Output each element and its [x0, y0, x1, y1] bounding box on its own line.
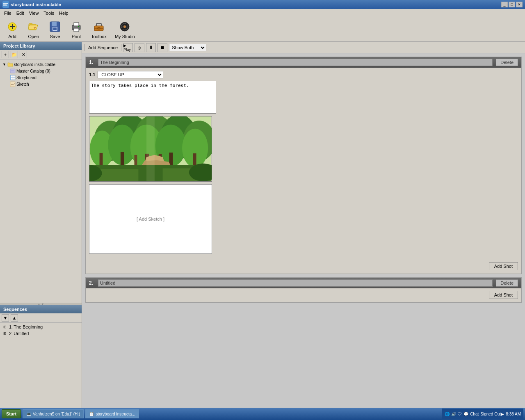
app-icon: [2, 1, 9, 8]
sequence-block-1: 1. Delete 1.1 CLOSE UP: MEDIUM SHOT: WID…: [85, 57, 522, 274]
menu-tools[interactable]: Tools: [41, 10, 57, 16]
chat-area[interactable]: 💬 Chat: [463, 412, 479, 416]
svg-rect-1: [3, 3, 8, 4]
toolbox-label: Toolbox: [91, 34, 107, 39]
chat-icon: 💬: [463, 412, 468, 416]
shot-1-1: 1.1 CLOSE UP: MEDIUM SHOT: WIDE SHOT: EX…: [86, 68, 521, 260]
taskbar-vanhuizen-label: Vanhuizen$ on 'Edu1' (H:): [33, 412, 80, 416]
menu-view[interactable]: View: [27, 10, 41, 16]
seq1-add-shot-button[interactable]: Add Shot: [489, 262, 518, 270]
add-label: Add: [8, 34, 16, 39]
pause-button[interactable]: ⏸: [146, 43, 156, 52]
taskbar-vanhuizen-icon: 💻: [26, 412, 31, 416]
print-icon: [70, 20, 83, 33]
seq2-number: 2.: [89, 280, 93, 286]
svg-rect-9: [52, 22, 57, 26]
seq1-title: The Beginning: [14, 324, 43, 329]
content-area: Add Sequence ▶ Play ⦶ ⏸ ⏹ Show Both Show…: [82, 42, 525, 408]
seq1-title-input[interactable]: [98, 59, 493, 66]
seq1-delete-button[interactable]: Delete: [496, 59, 518, 66]
storyboard-icon: [10, 75, 16, 80]
close-button[interactable]: ✕: [516, 2, 523, 7]
window-title: storyboard instructable: [11, 2, 61, 7]
title-bar: storyboard instructable _ □ ✕: [0, 0, 525, 9]
storyboard-content: 1. Delete 1.1 CLOSE UP: MEDIUM SHOT: WID…: [82, 53, 525, 408]
tree-expand-root[interactable]: ▼: [2, 62, 7, 66]
toolbox-button[interactable]: Toolbox: [89, 19, 109, 40]
storyboard-label: Storyboard: [16, 75, 37, 80]
taskbar-item-storyboard[interactable]: 📋 storyboard instructa...: [85, 409, 139, 418]
start-button[interactable]: Start: [2, 409, 21, 418]
sequence-2-title-bar: 2. Delete: [86, 278, 521, 288]
view-select[interactable]: Show Both Show Image Show Sketch: [169, 44, 206, 51]
new-item-button[interactable]: +: [2, 51, 9, 58]
seq2-expand[interactable]: ⊞: [3, 331, 9, 336]
menu-edit[interactable]: Edit: [14, 10, 27, 16]
taskbar: Start 💻 Vanhuizen$ on 'Edu1' (H:) 📋 stor…: [0, 408, 525, 420]
master-catalog-label: Master Catalog (0): [16, 69, 50, 73]
svg-rect-28: [11, 78, 13, 80]
tree-master-catalog[interactable]: Master Catalog (0): [2, 68, 80, 74]
tree-storyboard[interactable]: Storyboard: [2, 74, 80, 81]
save-button[interactable]: Save: [46, 19, 64, 40]
sequences-toolbar: ▼ ▲: [0, 313, 82, 323]
taskbar-storyboard-label: storyboard instructa...: [96, 412, 135, 416]
security-icon: 🛡: [458, 412, 462, 416]
seq1-expand[interactable]: ⊞: [3, 325, 9, 329]
seq-item-2[interactable]: ⊞ 2. Untitled: [2, 330, 80, 337]
add-sequence-button[interactable]: Add Sequence: [84, 44, 121, 51]
sequences-title: Sequences: [3, 307, 27, 312]
open-label: Open: [28, 34, 39, 39]
play-button[interactable]: ▶ Play: [123, 43, 133, 52]
open-button[interactable]: Open: [25, 19, 43, 40]
svg-rect-2: [3, 4, 7, 5]
shot-number-1-1: 1.1: [89, 72, 95, 77]
taskbar-item-vanhuizen[interactable]: 💻 Vanhuizen$ on 'Edu1' (H:): [23, 409, 84, 418]
seq2-title-input[interactable]: [98, 279, 493, 287]
folder-icon: [7, 62, 13, 67]
sketch-label: Sketch: [16, 82, 29, 87]
shot-description-1-1[interactable]: The story takes place in the forest.: [89, 81, 216, 114]
seq2-add-shot-button[interactable]: Add Shot: [489, 291, 518, 299]
network-icon: 🌐: [445, 412, 450, 416]
view-select-container: Show Both Show Image Show Sketch: [169, 44, 206, 51]
delete-item-button[interactable]: ✕: [20, 51, 27, 58]
open-icon: [27, 20, 40, 33]
minimize-button[interactable]: _: [501, 2, 508, 7]
print-button[interactable]: Print: [67, 19, 85, 40]
clock: 8:38 AM: [506, 412, 521, 416]
print-label: Print: [72, 34, 81, 39]
new-folder-button[interactable]: 📁: [11, 51, 18, 58]
project-tree: ▼ storyboard instructable Master Catalog…: [0, 59, 82, 303]
chat-label: Chat: [470, 412, 479, 416]
menu-file[interactable]: File: [2, 10, 14, 16]
seq2-title: Untitled: [14, 331, 29, 336]
stop-button[interactable]: ⏹: [158, 43, 167, 52]
svg-rect-3: [3, 5, 7, 6]
shot-image-1-1: [89, 116, 212, 182]
svg-rect-26: [11, 75, 13, 78]
save-label: Save: [50, 34, 60, 39]
maximize-button[interactable]: □: [509, 2, 515, 7]
seq-up-button[interactable]: ▲: [11, 314, 18, 322]
main-container: Project Library + 📁 ✕ ▼ storyboard instr…: [0, 42, 525, 408]
seq2-delete-button[interactable]: Delete: [496, 279, 518, 287]
seq-down-button[interactable]: ▼: [2, 314, 9, 322]
shot-type-select-1-1[interactable]: CLOSE UP: MEDIUM SHOT: WIDE SHOT: EXTREM…: [98, 71, 163, 78]
shot-sketch-1-1[interactable]: [ Add Sketch ]: [89, 184, 212, 254]
play-bars-button[interactable]: ⦶: [135, 43, 144, 52]
project-tree-toolbar: + 📁 ✕: [0, 50, 82, 59]
seq1-label: 1.: [9, 324, 13, 329]
seq-item-1[interactable]: ⊞ 1. The Beginning: [2, 324, 80, 330]
svg-rect-15: [78, 26, 79, 27]
mystudio-button[interactable]: My Studio: [112, 19, 137, 40]
add-button[interactable]: Add: [3, 19, 21, 40]
tree-sketch[interactable]: Sketch: [2, 81, 80, 87]
sequences-panel: Sequences ▼ ▲ ⊞ 1. The Beginning ⊞ 2. Un…: [0, 305, 82, 408]
seq2-label: 2.: [9, 331, 13, 336]
toolbar: Add Open Save: [0, 17, 525, 42]
mystudio-label: My Studio: [115, 34, 135, 39]
tree-root[interactable]: ▼ storyboard instructable: [2, 61, 80, 68]
menu-help[interactable]: Help: [57, 10, 71, 16]
svg-rect-29: [13, 78, 15, 80]
